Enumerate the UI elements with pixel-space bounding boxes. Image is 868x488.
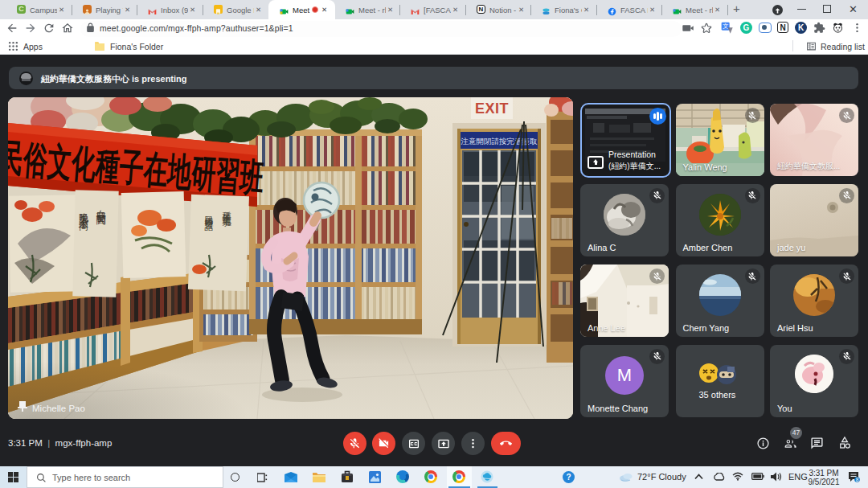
- svg-text:EXIT: EXIT: [475, 100, 509, 117]
- svg-text:Michelle Pao: Michelle Pao: [32, 404, 85, 413]
- svg-text:8: 8: [856, 477, 859, 482]
- svg-text:文: 文: [723, 23, 728, 30]
